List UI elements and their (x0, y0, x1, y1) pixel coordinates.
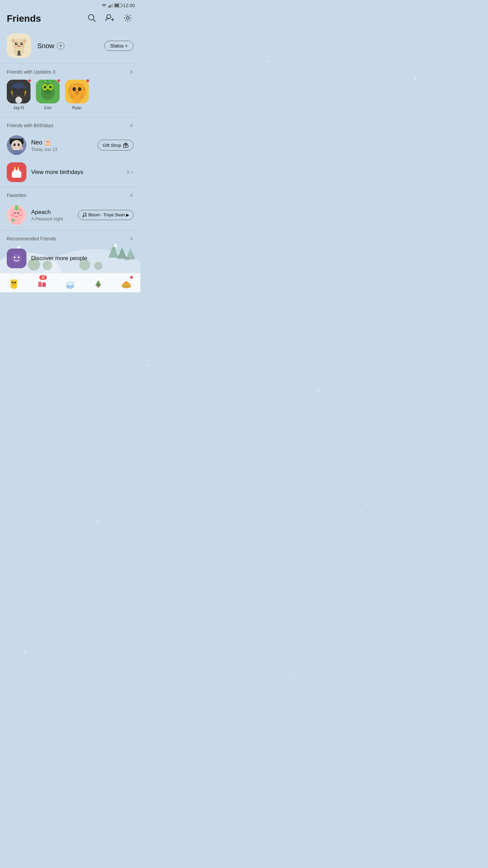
svg-point-121 (69, 283, 71, 285)
search-button[interactable] (86, 12, 98, 25)
svg-point-37 (15, 97, 22, 103)
tab-find[interactable] (56, 275, 84, 291)
svg-point-87 (83, 216, 84, 217)
svg-point-58 (75, 91, 79, 94)
gift-icon (123, 142, 128, 148)
neo-birthday-info: Neo 🎂 Today Jun 13 (31, 139, 98, 152)
svg-point-35 (22, 87, 26, 91)
recommended-title: Recommended Friends (7, 236, 56, 241)
svg-rect-2 (111, 4, 112, 7)
birthdays-collapse-icon[interactable]: ∧ (129, 122, 134, 129)
recommended-collapse-icon[interactable]: ∧ (129, 235, 134, 242)
jay-g-image (7, 80, 30, 103)
favorites-header: Favorites ∧ (0, 187, 140, 202)
svg-point-104 (12, 254, 21, 263)
snow-avatar-image (7, 34, 31, 58)
notification-dot (86, 79, 89, 82)
svg-rect-128 (98, 285, 99, 288)
my-name-area: Snow (37, 42, 104, 50)
svg-point-21 (17, 45, 21, 47)
svg-point-22 (13, 45, 17, 47)
page-title: Friends (7, 13, 41, 24)
con-name: Con (44, 105, 52, 110)
birthdays-title: Friends with Birthdays (7, 123, 54, 128)
favorites-title: Favorites (7, 193, 26, 198)
list-item[interactable]: Jay-G (7, 80, 30, 110)
birthday-cake-icon (11, 166, 23, 178)
status-time: 12:00 (123, 3, 135, 8)
svg-rect-3 (112, 3, 113, 7)
svg-rect-29 (14, 83, 24, 89)
friends-updates-list: Jay-G (0, 78, 140, 117)
friends-updates-collapse-icon[interactable]: ∧ (129, 68, 134, 75)
wifi-icon (101, 3, 107, 7)
header: Friends (0, 9, 140, 30)
discover-avatar (7, 249, 26, 268)
view-more-birthdays[interactable]: View more birthdays 5 > (0, 159, 140, 187)
settings-button[interactable] (122, 12, 134, 25)
neo-name: Neo 🎂 (31, 139, 98, 146)
search-icon (87, 14, 96, 22)
notification-dot (23, 205, 26, 208)
my-name-text: Snow (37, 42, 54, 50)
kakao-tab-icon (92, 277, 105, 290)
list-item[interactable]: Ryan (65, 80, 89, 110)
svg-point-15 (12, 39, 15, 43)
svg-point-56 (73, 87, 76, 91)
svg-line-5 (93, 19, 96, 22)
tab-kakao[interactable] (84, 275, 112, 291)
svg-point-133 (125, 281, 127, 284)
svg-point-105 (14, 257, 16, 258)
gear-icon (123, 14, 132, 22)
tab-friends[interactable] (0, 275, 28, 291)
birthdays-header: Friends with Birthdays ∧ (0, 117, 140, 132)
svg-point-77 (14, 167, 16, 169)
gift-shop-button[interactable]: Gift Shop (98, 140, 134, 151)
status-icons: 12:00 (101, 3, 135, 8)
view-more-birthdays-label: View more birthdays (31, 169, 127, 176)
svg-point-123 (71, 283, 72, 284)
music-button[interactable]: Bloom - Troye Sivan ▶ (78, 210, 134, 220)
svg-point-64 (11, 140, 22, 151)
svg-point-54 (70, 84, 74, 88)
svg-point-66 (18, 143, 20, 146)
apeach-name: Apeach (31, 209, 78, 216)
status-button[interactable]: Status + (104, 41, 134, 51)
view-more-birthdays-count: 5 > (127, 170, 134, 175)
tab-chats[interactable]: 32 (28, 275, 56, 291)
svg-point-4 (88, 15, 94, 20)
tab-more[interactable] (112, 275, 140, 291)
svg-point-55 (80, 84, 84, 88)
chat-badge: 32 (39, 275, 46, 280)
list-item[interactable]: Con (36, 80, 60, 110)
svg-point-78 (18, 167, 19, 169)
svg-rect-74 (13, 170, 20, 173)
svg-point-45 (44, 86, 46, 88)
neo-birthday-date: Today Jun 13 (31, 147, 98, 152)
my-profile[interactable]: Snow Status + (0, 30, 140, 63)
birthday-item-neo: Neo 🎂 Today Jun 13 Gift Shop (0, 132, 140, 159)
svg-point-129 (96, 279, 100, 281)
svg-point-106 (18, 257, 20, 258)
recommended-header: Recommended Friends ∧ (0, 231, 140, 245)
my-avatar (7, 34, 31, 58)
favorites-collapse-icon[interactable]: ∧ (129, 192, 134, 198)
svg-point-50 (44, 90, 51, 94)
svg-point-88 (85, 215, 86, 216)
neo-image (7, 135, 26, 155)
signal-icon (108, 3, 113, 7)
discover-count: 28 > (124, 256, 134, 261)
svg-point-20 (22, 43, 23, 44)
jay-g-avatar-wrap (7, 80, 30, 103)
discover-more-item[interactable]: Discover more people 28 > (0, 245, 140, 273)
favorites-item-apeach: Apeach A Pleasant night Bloom - Troye Si… (0, 202, 140, 230)
add-friend-button[interactable] (104, 12, 116, 25)
notification-dot (28, 79, 31, 82)
notification-dot (57, 79, 60, 82)
discover-label: Discover more people (31, 255, 124, 262)
svg-point-57 (78, 87, 81, 91)
tab-bar: 32 (0, 273, 140, 292)
more-tab-dot (130, 276, 133, 279)
svg-point-59 (72, 95, 82, 103)
neo-avatar (7, 135, 26, 155)
